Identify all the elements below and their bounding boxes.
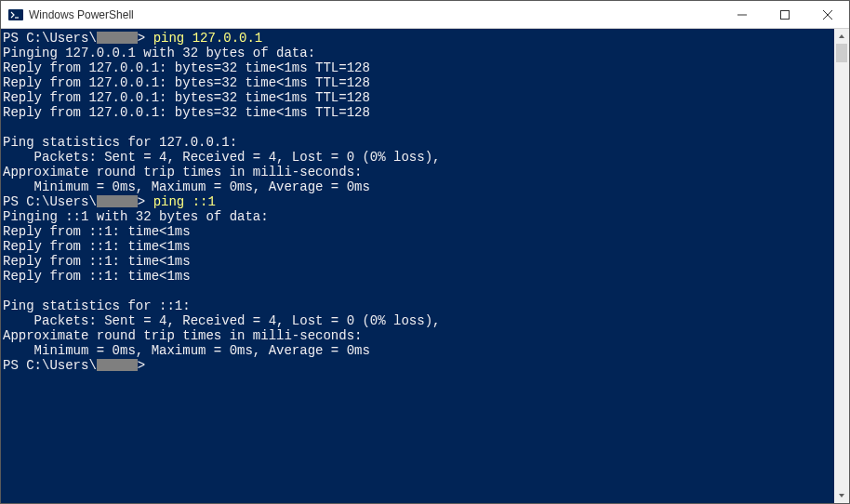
powershell-icon [8, 7, 23, 22]
close-button[interactable] [806, 1, 849, 28]
output-line: Packets: Sent = 4, Received = 4, Lost = … [3, 150, 834, 165]
terminal-output[interactable]: PS C:\Users\> ping 127.0.0.1Pinging 127.… [1, 29, 834, 503]
prompt-line: PS C:\Users\> ping 127.0.0.1 [3, 31, 834, 46]
svg-rect-3 [781, 10, 790, 19]
output-line: Reply from ::1: time<1ms [3, 254, 834, 269]
vertical-scrollbar[interactable] [834, 29, 849, 503]
powershell-window: Windows PowerShell PS C:\Users\> ping 12… [0, 0, 850, 504]
output-line [3, 284, 834, 298]
output-line: Reply from 127.0.0.1: bytes=32 time<1ms … [3, 60, 834, 75]
output-line [3, 120, 834, 135]
output-line: Ping statistics for ::1: [3, 298, 834, 313]
minimize-button[interactable] [721, 1, 764, 28]
prompt-line: PS C:\Users\> [3, 358, 834, 373]
scrollbar-thumb[interactable] [836, 44, 847, 62]
maximize-button[interactable] [764, 1, 806, 28]
output-line: Ping statistics for 127.0.0.1: [3, 135, 834, 150]
redacted-username [97, 195, 138, 207]
scrollbar-down-arrow[interactable] [834, 488, 849, 503]
output-line: Reply from 127.0.0.1: bytes=32 time<1ms … [3, 105, 834, 120]
output-line: Reply from ::1: time<1ms [3, 239, 834, 254]
output-line: Pinging ::1 with 32 bytes of data: [3, 209, 834, 224]
output-line: Pinging 127.0.0.1 with 32 bytes of data: [3, 46, 834, 60]
redacted-username [97, 359, 138, 371]
output-line: Reply from ::1: time<1ms [3, 224, 834, 239]
redacted-username [97, 32, 138, 44]
output-line: Reply from ::1: time<1ms [3, 269, 834, 284]
terminal-area: PS C:\Users\> ping 127.0.0.1Pinging 127.… [1, 29, 849, 503]
output-line: Packets: Sent = 4, Received = 4, Lost = … [3, 313, 834, 328]
output-line: Minimum = 0ms, Maximum = 0ms, Average = … [3, 343, 834, 358]
command-text: ping 127.0.0.1 [145, 31, 262, 46]
titlebar[interactable]: Windows PowerShell [1, 1, 849, 29]
output-line: Reply from 127.0.0.1: bytes=32 time<1ms … [3, 75, 834, 90]
window-title: Windows PowerShell [29, 8, 721, 21]
output-line: Reply from 127.0.0.1: bytes=32 time<1ms … [3, 90, 834, 105]
window-controls [721, 1, 849, 28]
output-line: Minimum = 0ms, Maximum = 0ms, Average = … [3, 179, 834, 194]
command-text: ping ::1 [145, 194, 216, 209]
output-line: Approximate round trip times in milli-se… [3, 328, 834, 343]
scrollbar-up-arrow[interactable] [834, 29, 849, 44]
prompt-line: PS C:\Users\> ping ::1 [3, 194, 834, 209]
output-line: Approximate round trip times in milli-se… [3, 165, 834, 179]
svg-rect-0 [8, 9, 23, 20]
